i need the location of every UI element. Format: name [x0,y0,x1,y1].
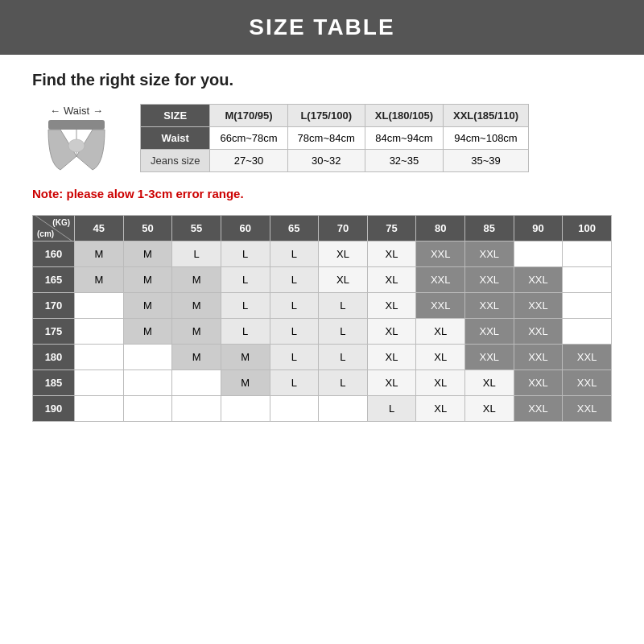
grid-col-header-8: 85 [465,216,514,242]
grid-cell-1-7: XXL [416,267,465,293]
size-reference-table: SIZEM(170/95)L(175/100)XL(180/105)XXL(18… [140,104,529,172]
grid-cell-2-4: L [270,293,319,319]
grid-cell-0-10 [563,242,612,267]
grid-row-header-0: 160 [33,242,75,267]
grid-cell-1-0: M [75,267,124,293]
waist-text: Waist [64,105,89,117]
grid-cell-6-1 [123,396,172,422]
grid-cell-2-3: L [221,293,270,319]
grid-col-header-1: 50 [123,216,172,242]
grid-cell-6-8: XL [465,396,514,422]
grid-cell-0-2: L [172,242,221,267]
grid-cell-1-6: XL [367,267,416,293]
grid-cell-3-3: L [221,319,270,345]
size-cell-0-0: 66cm~78cm [210,127,287,150]
size-header-4: XXL(185/110) [444,105,529,127]
grid-cell-3-10 [563,319,612,345]
grid-cell-5-0 [75,370,124,396]
grid-cell-5-8: XL [465,370,514,396]
grid-cell-1-8: XXL [465,267,514,293]
grid-cell-1-2: M [172,267,221,293]
grid-col-header-10: 100 [563,216,612,242]
size-cell-0-2: 84cm~94cm [365,127,443,150]
grid-cell-5-1 [123,370,172,396]
grid-col-header-4: 65 [270,216,319,242]
grid-cell-5-4: L [270,370,319,396]
size-header-1: M(170/95) [210,105,287,127]
grid-cell-4-6: XL [367,345,416,370]
grid-cell-3-0 [75,319,124,345]
grid-row-header-4: 180 [33,345,75,370]
grid-col-header-3: 60 [221,216,270,242]
grid-col-header-6: 75 [367,216,416,242]
grid-cell-6-10: XXL [563,396,612,422]
grid-cell-1-1: M [123,267,172,293]
size-cell-1-1: 30~32 [287,150,365,172]
grid-cell-6-7: XL [416,396,465,422]
grid-cell-4-3: M [221,345,270,370]
underwear-icon [44,120,109,172]
grid-row-header-6: 190 [33,396,75,422]
grid-row-header-1: 165 [33,267,75,293]
grid-cell-2-0 [75,293,124,319]
grid-cell-3-6: XL [367,319,416,345]
grid-col-header-9: 90 [514,216,563,242]
grid-cell-3-1: M [123,319,172,345]
size-header-0: SIZE [141,105,210,127]
page-title: SIZE TABLE [0,14,644,40]
waist-arrow-left: ← [50,105,60,117]
grid-cell-5-6: XL [367,370,416,396]
grid-cell-2-7: XXL [416,293,465,319]
grid-cell-2-8: XXL [465,293,514,319]
grid-cell-0-9 [514,242,563,267]
subtitle: Find the right size for you. [32,71,612,89]
grid-cell-6-2 [172,396,221,422]
grid-cell-1-4: L [270,267,319,293]
grid-cell-0-8: XXL [465,242,514,267]
size-cell-1-0: 27~30 [210,150,287,172]
grid-cell-1-10 [563,267,612,293]
grid-cell-6-4 [270,396,319,422]
svg-rect-0 [48,120,105,130]
grid-cell-3-7: XL [416,319,465,345]
grid-cell-0-6: XL [367,242,416,267]
grid-cell-4-1 [123,345,172,370]
grid-cell-0-4: L [270,242,319,267]
grid-cell-0-3: L [221,242,270,267]
grid-cell-4-10: XXL [563,345,612,370]
note: Note: please alow 1-3cm error range. [32,187,612,200]
size-cell-0-1: 78cm~84cm [287,127,365,150]
grid-cell-2-2: M [172,293,221,319]
grid-cell-4-4: L [270,345,319,370]
grid-cell-1-5: XL [319,267,368,293]
grid-cell-5-7: XL [416,370,465,396]
grid-col-header-5: 70 [319,216,368,242]
grid-cell-0-1: M [123,242,172,267]
grid-cell-3-8: XXL [465,319,514,345]
grid-cell-4-2: M [172,345,221,370]
grid-cell-2-5: L [319,293,368,319]
size-header-2: L(175/100) [287,105,365,127]
grid-cell-0-5: XL [319,242,368,267]
grid-row-header-3: 175 [33,319,75,345]
grid-row-header-2: 170 [33,293,75,319]
grid-cell-4-8: XXL [465,345,514,370]
grid-cell-5-9: XXL [514,370,563,396]
grid-cell-0-0: M [75,242,124,267]
grid-cell-4-9: XXL [514,345,563,370]
grid-cell-2-6: XL [367,293,416,319]
grid-cell-4-7: XL [416,345,465,370]
grid-col-header-0: 45 [75,216,124,242]
underwear-diagram: ← Waist → [32,105,121,172]
grid-cell-3-5: L [319,319,368,345]
waist-arrow-right: → [93,105,103,117]
size-cell-1-3: 35~39 [444,150,529,172]
grid-cell-1-9: XXL [514,267,563,293]
grid-col-header-7: 80 [416,216,465,242]
grid-cell-2-9: XXL [514,293,563,319]
grid-row-header-5: 185 [33,370,75,396]
grid-cell-5-10: XXL [563,370,612,396]
grid-cell-5-2 [172,370,221,396]
grid-corner: (KG)(cm) [33,216,75,242]
grid-cell-6-9: XXL [514,396,563,422]
